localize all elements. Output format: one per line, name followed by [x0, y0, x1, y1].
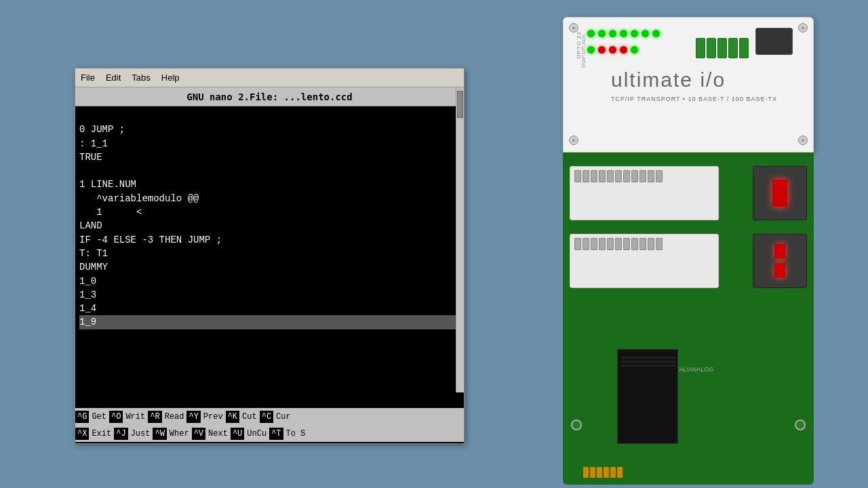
ultimate-io-heading: ultimate i/o [611, 68, 726, 92]
menu-tabs[interactable]: Tabs [132, 73, 150, 83]
editor-line-8: LAND [79, 220, 102, 231]
shortcut-label-exit: Exit [89, 428, 114, 440]
shortcut-exit[interactable]: ^X Exit [75, 425, 114, 442]
hardware-device-area: × × OPTO 22 SNAP-UPI-ADS ultimate i/o [542, 7, 827, 481]
editor-scrollbar[interactable] [456, 87, 464, 392]
terminal-pin-1 [696, 38, 705, 58]
shortcut-write[interactable]: ^O Writ [109, 408, 148, 425]
led-row-top [587, 30, 660, 37]
close-button-bottom-right[interactable]: × [798, 136, 808, 145]
pin-l-3 [591, 238, 597, 250]
pin-10 [648, 170, 654, 182]
terminal-module-upper [570, 166, 719, 220]
close-button-right[interactable]: × [798, 23, 808, 33]
nano-editor-window: File Edit Tabs Help GNU nano 2.File: ...… [75, 68, 465, 444]
shortcut-key-x: ^X [75, 428, 89, 440]
shortcut-label-write: Writ [123, 411, 148, 423]
digital-analog-label-1: DIGITAL/ANALOG [570, 363, 807, 373]
shortcut-label-tos: To S [283, 428, 309, 440]
circuit-board: DIGITAL/ANALOG [563, 152, 814, 485]
pin-l-9 [639, 238, 646, 250]
pin-l-10 [648, 238, 654, 250]
editor-line-9: IF -4 ELSE -3 THEN JUMP ; [79, 235, 222, 245]
shortcut-key-k: ^K [226, 411, 239, 423]
ic-chip [617, 349, 678, 444]
editor-line-3: TRUE [79, 152, 102, 163]
shortcut-key-g: ^G [75, 411, 89, 423]
shortcut-cur[interactable]: ^C Cur [260, 408, 294, 425]
shortcut-justify[interactable]: ^J Just [114, 425, 153, 442]
pin-6 [615, 170, 622, 182]
shortcut-where[interactable]: ^W Wher [153, 425, 191, 442]
menu-help[interactable]: Help [161, 73, 180, 83]
shortcut-next[interactable]: ^V Next [192, 425, 231, 442]
rj45-port [755, 28, 793, 55]
transport-subtitle: TCP/IP TRANSPORT • 10 BASE-T / 100 BASE-… [611, 96, 777, 102]
pin-l-11 [656, 238, 663, 250]
editor-line-7: 1 < [79, 207, 142, 218]
shortcut-key-w: ^W [153, 428, 166, 440]
pin-2 [583, 170, 589, 182]
shortcut-label-cur: Cur [273, 411, 294, 423]
led-red-3 [620, 46, 627, 54]
pin-8 [631, 170, 638, 182]
ic-row-3 [621, 365, 675, 367]
editor-line-4 [79, 165, 85, 176]
shortcut-key-o: ^O [109, 411, 123, 423]
shortcut-prev[interactable]: ^Y Prev [186, 408, 225, 425]
led-green-4 [620, 30, 627, 37]
pin-1 [574, 170, 581, 182]
ic-pins [618, 350, 677, 373]
connector-1 [583, 467, 589, 478]
shortcut-row-1: ^G Get ^O Writ ^R Read ^Y Prev ^K Cut ^C [75, 408, 464, 425]
scrollbar-thumb[interactable] [457, 91, 463, 118]
led-green-5 [631, 30, 638, 37]
pin-l-7 [623, 238, 630, 250]
editor-line-5: 1 LINE.NUM [79, 179, 136, 190]
shortcut-label-where: Wher [167, 428, 192, 440]
red-led-indicator-lower-1 [774, 244, 785, 259]
digital-analog-area: DIGITAL/ANALOG [570, 363, 807, 403]
terminal-block-top [696, 38, 749, 58]
controller-box: × × OPTO 22 SNAP-UPI-ADS ultimate i/o [563, 17, 814, 152]
editor-line-14: 1_4 [79, 303, 96, 314]
shortcut-label-read: Read [162, 411, 187, 423]
connector-4 [604, 467, 609, 478]
shortcut-key-r: ^R [148, 411, 161, 423]
shortcut-label-prev: Prev [201, 411, 226, 423]
shortcut-label-cut: Cut [239, 411, 260, 423]
nano-editor-area[interactable]: 0 JUMP ; : 1_1 TRUE 1 LINE.NUM ^variable… [75, 106, 464, 407]
shortcut-uncut[interactable]: ^U UnCu [231, 425, 269, 442]
menu-edit[interactable]: Edit [106, 73, 121, 83]
shortcut-read[interactable]: ^R Read [148, 408, 186, 425]
led-green-6 [642, 30, 649, 37]
editor-line-1: 0 JUMP ; [79, 124, 125, 135]
editor-line-6: ^variablemodulo @@ [79, 193, 199, 204]
nano-titlebar: GNU nano 2.File: ...lento.ccd [75, 87, 464, 106]
menu-file[interactable]: File [81, 73, 95, 83]
snap-model-label: SNAP-UPI-ADS [581, 35, 586, 68]
pin-11 [656, 170, 663, 182]
pin-9 [639, 170, 646, 182]
connector-5 [610, 467, 616, 478]
led-green-9 [631, 46, 638, 54]
led-green-7 [652, 30, 660, 37]
shortcut-key-u: ^U [231, 428, 244, 440]
shortcut-get[interactable]: ^G Get [75, 408, 109, 425]
editor-line-13: 1_3 [79, 289, 96, 300]
close-button-bottom-left[interactable]: × [569, 136, 578, 145]
editor-line-cursor: 1_9 [79, 315, 460, 329]
led-red-1 [598, 46, 606, 54]
red-led-module-lower [753, 234, 807, 288]
editor-line-10: T: T1 [79, 248, 108, 259]
connector-3 [597, 467, 602, 478]
shortcut-cut[interactable]: ^K Cut [226, 408, 260, 425]
led-red-2 [609, 46, 616, 54]
shortcut-label-uncut: UnCu [244, 428, 269, 440]
pin-l-8 [631, 238, 638, 250]
shortcut-tos[interactable]: ^T To S [269, 425, 308, 442]
led-green-2 [598, 30, 606, 37]
editor-line-2: : 1_1 [79, 138, 108, 149]
terminal-pin-4 [728, 38, 738, 58]
shortcut-label-justify: Just [128, 428, 153, 440]
